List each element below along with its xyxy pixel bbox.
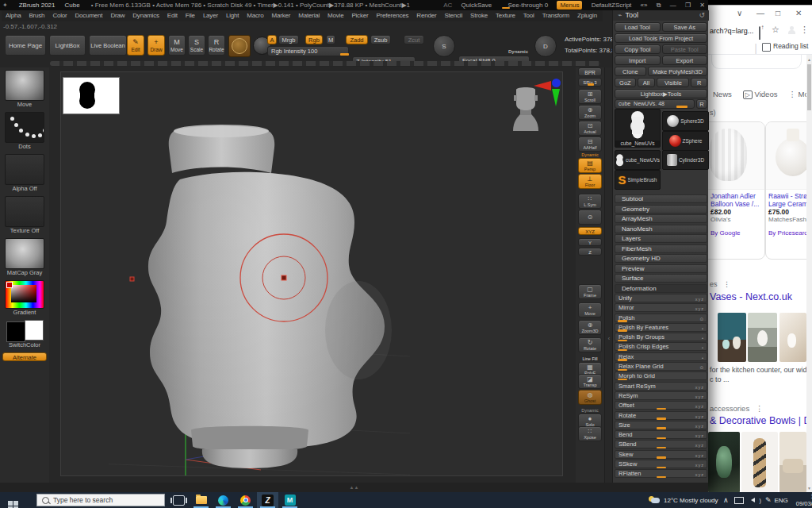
home-page-button[interactable]: Home Page [5, 35, 46, 56]
palette-zsphere[interactable]: ZSphere [662, 131, 709, 151]
mode-rotate-button[interactable]: RRotate [208, 35, 225, 56]
bottom-tray-divider[interactable]: ▲▲ [0, 483, 708, 492]
menu-picker[interactable]: Picker [347, 10, 372, 21]
product-source[interactable]: By Pricesearc [768, 229, 806, 237]
result-photo-6[interactable] [779, 432, 806, 493]
persp-button[interactable]: Dynamic▤Persp [578, 152, 602, 173]
taskbar-app-file-explorer[interactable] [190, 492, 212, 508]
current-brush-button[interactable] [228, 35, 251, 57]
menu-document[interactable]: Document [71, 10, 107, 21]
color-field[interactable] [11, 285, 36, 302]
menu-color[interactable]: Color [48, 10, 71, 21]
active-tool-thumbnail[interactable]: cube_NewUVs [615, 109, 661, 148]
palette-sphere3d[interactable]: Sphere3D [662, 111, 709, 131]
menu-draw[interactable]: Draw [106, 10, 128, 21]
floor-button[interactable]: ⊥Floor [578, 174, 602, 189]
texture-off-thumb[interactable] [5, 196, 44, 227]
section-surface[interactable]: Surface [615, 274, 707, 283]
deform-sskew[interactable]: SSkewxyz [615, 460, 707, 468]
paint-zcut-button[interactable]: Zcut [404, 35, 424, 44]
clone-button[interactable]: Clone [615, 67, 646, 76]
tool-palette-header[interactable]: ⌁Tool ↺ [613, 10, 709, 21]
clock[interactable]: 13:5409/03/2022 [796, 493, 812, 507]
move-thumb[interactable] [5, 70, 44, 101]
r-button[interactable]: R [691, 78, 707, 87]
paint-mrgb-button[interactable]: Mrgb [278, 35, 299, 44]
lightbox-tools-button[interactable]: Lightbox▶Tools [615, 89, 707, 98]
bpr-button[interactable]: BPR [578, 67, 602, 76]
movie-controls-icon[interactable]: «» [641, 2, 648, 9]
quicksave-button[interactable]: QuickSave [462, 2, 492, 9]
rgb-intensity-slider[interactable]: Rgb Intensity 100 [267, 46, 349, 56]
menu-edit[interactable]: Edit [163, 10, 182, 21]
result-photo-4[interactable] [708, 432, 740, 493]
section-layers[interactable]: Layers [615, 234, 707, 243]
menu-zplugin[interactable]: Zplugin [573, 10, 601, 21]
menu-macro[interactable]: Macro [243, 10, 267, 21]
y-button[interactable]: Y [578, 238, 602, 246]
shelf-dots[interactable]: Dots [3, 112, 46, 151]
scrollbar-thumb[interactable] [807, 64, 811, 110]
matcap-gray-thumb[interactable] [5, 238, 44, 269]
tray-expand-icon[interactable]: ∧ [723, 496, 729, 504]
scroll-up-icon[interactable]: ▲ [806, 57, 812, 62]
maximize-button[interactable]: □ [776, 9, 780, 17]
dots-thumb[interactable] [5, 112, 44, 143]
reading-list-label[interactable]: Reading list [773, 42, 808, 50]
taskbar-app-chrome[interactable] [235, 492, 256, 508]
tab-more[interactable]: ⋮ More [788, 90, 806, 98]
divider-config-icon[interactable]: ⧉ [657, 2, 661, 9]
menu-tool[interactable]: Tool [519, 10, 538, 21]
visible-button[interactable]: Visible [657, 78, 689, 87]
weather-widget[interactable]: 12°C Mostly cloudy [649, 492, 718, 508]
close-button[interactable]: ✕ [795, 9, 802, 17]
taskbar-search-input[interactable]: Type here to search [36, 494, 165, 506]
chevron-down-icon[interactable]: ∨ [737, 9, 742, 17]
tab-news[interactable]: News [713, 90, 732, 98]
deform-morph-to-grid[interactable]: Morph to Grid [615, 371, 707, 380]
tool-r-button[interactable]: R [696, 99, 707, 109]
load-tool-button[interactable]: Load Tool [615, 22, 661, 32]
shelf-switchcolor[interactable]: SwitchColor [3, 320, 46, 349]
paint-rgb-button[interactable]: Rgb [305, 35, 323, 44]
default-zscript-button[interactable]: DefaultZScript [592, 2, 632, 9]
start-button[interactable] [8, 495, 18, 508]
mode-move-button[interactable]: MMove [168, 35, 186, 56]
shelf-texture-off[interactable]: Texture Off [3, 196, 46, 235]
aahalf-button[interactable]: ⊟AAHalf [578, 137, 602, 152]
actual-button[interactable]: ⊡Actual [578, 121, 602, 136]
spix-3-button[interactable]: SPix 3 [578, 78, 602, 87]
deform-rotate[interactable]: Rotatexyz [615, 411, 707, 420]
shelf-alpha-off[interactable]: Alpha Off [3, 154, 46, 193]
result-photo-5[interactable] [741, 432, 778, 493]
stroke-curve-icon[interactable]: S [433, 35, 455, 57]
taskbar-app-zbrush[interactable]: Z [257, 492, 278, 508]
menu-transform[interactable]: Transform [538, 10, 573, 21]
product-source[interactable]: By Google [710, 229, 763, 237]
language-indicator[interactable]: ENG [774, 497, 787, 504]
pen-icon[interactable]: ✎ [765, 496, 772, 504]
zoom3d-button[interactable]: ⊕Zoom3D [578, 320, 602, 335]
section-geometry-hd[interactable]: Geometry HD [615, 254, 707, 263]
deform-polish[interactable]: Polish⊙ [615, 314, 707, 322]
minimize-button[interactable]: — [756, 9, 764, 17]
live-boolean-button[interactable]: Live Boolean [89, 35, 127, 56]
paste-tool-button[interactable]: Paste Tool [662, 44, 708, 54]
make-polymesh3d-button[interactable]: Make PolyMesh3D [648, 67, 707, 76]
restore-button[interactable]: ❒ [685, 2, 691, 9]
mode-edit-button[interactable]: ✎Edit [127, 35, 144, 56]
menu-zscript[interactable]: Zscript [601, 10, 603, 21]
deform-unify[interactable]: Unifyxyz [615, 294, 707, 302]
menu-light[interactable]: Light [222, 10, 243, 21]
xpose-button[interactable]: ∷Xpose [578, 426, 602, 441]
axis-gizmo[interactable] [534, 79, 563, 110]
taskbar-app-maya[interactable]: M [279, 492, 301, 508]
see-through-slider[interactable]: See-through 0 [500, 2, 548, 9]
kebab-menu-icon[interactable]: ⋮ [800, 25, 809, 35]
minimize-button[interactable]: — [670, 2, 676, 9]
menu-material[interactable]: Material [294, 10, 324, 21]
task-view-button[interactable] [168, 492, 190, 508]
menu-dynamics[interactable]: Dynamics [128, 10, 163, 21]
reset-palette-icon[interactable]: ↺ [699, 10, 705, 21]
product-title-2[interactable]: Balloon Vase /... [710, 200, 763, 208]
